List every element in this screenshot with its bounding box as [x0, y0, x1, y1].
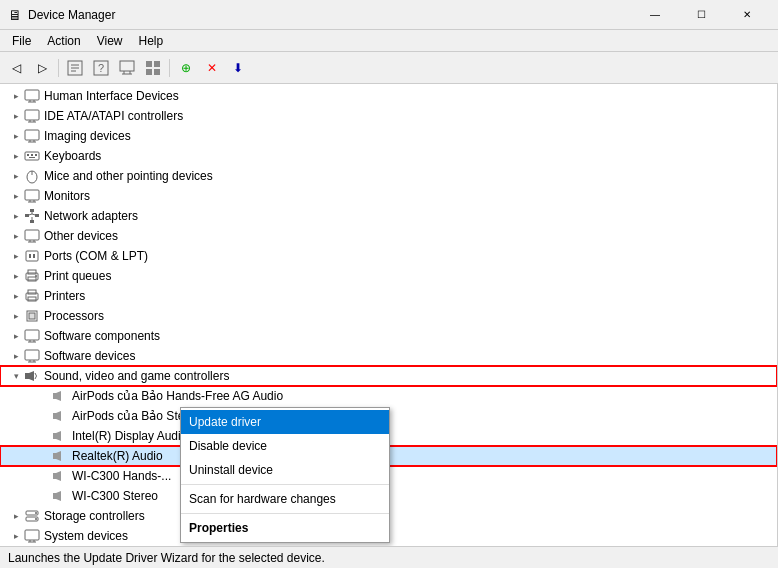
expand-icon-printq[interactable]: ▸	[8, 268, 24, 284]
svg-rect-61	[25, 330, 39, 340]
expand-icon-ports[interactable]: ▸	[8, 248, 24, 264]
maximize-button[interactable]: ☐	[678, 0, 724, 30]
menu-bar: File Action View Help	[0, 30, 778, 52]
device-icon-software-dev	[24, 348, 40, 364]
svg-point-85	[35, 512, 37, 514]
device-icon-monitors	[24, 188, 40, 204]
device-icon-sound	[24, 368, 40, 384]
item-label-mice: Mice and other pointing devices	[44, 169, 213, 183]
toolbar-add[interactable]: ⊕	[174, 56, 198, 80]
svg-rect-69	[25, 373, 29, 379]
device-icon-airpods1	[52, 388, 68, 404]
menu-file[interactable]: File	[4, 32, 39, 50]
device-icon-hid	[24, 88, 40, 104]
svg-rect-6	[120, 61, 134, 71]
expand-icon-ide[interactable]: ▸	[8, 108, 24, 124]
item-label-hid: Human Interface Devices	[44, 89, 179, 103]
expand-icon-other[interactable]: ▸	[8, 228, 24, 244]
tree-item-keyboards[interactable]: ▸Keyboards	[0, 146, 777, 166]
svg-rect-33	[25, 190, 39, 200]
device-icon-printers	[24, 288, 40, 304]
item-label-ide: IDE ATA/ATAPI controllers	[44, 109, 183, 123]
tree-item-software-dev[interactable]: ▸Software devices	[0, 346, 777, 366]
svg-rect-30	[29, 157, 35, 158]
svg-rect-79	[53, 473, 56, 479]
svg-rect-65	[25, 350, 39, 360]
svg-rect-81	[53, 493, 56, 499]
device-icon-imaging	[24, 128, 40, 144]
svg-point-86	[35, 518, 37, 520]
toolbar-update[interactable]: ?	[89, 56, 113, 80]
device-icon-mice	[24, 168, 40, 184]
tree-item-imaging[interactable]: ▸Imaging devices	[0, 126, 777, 146]
window-title: Device Manager	[28, 8, 115, 22]
expand-icon-software-dev[interactable]: ▸	[8, 348, 24, 364]
ctx-item-uninstall[interactable]: Uninstall device	[181, 458, 389, 482]
tree-item-processors[interactable]: ▸Processors	[0, 306, 777, 326]
item-label-system: System devices	[44, 529, 128, 543]
expand-icon-printers[interactable]: ▸	[8, 288, 24, 304]
tree-item-hid[interactable]: ▸Human Interface Devices	[0, 86, 777, 106]
toolbar-properties[interactable]	[63, 56, 87, 80]
close-button[interactable]: ✕	[724, 0, 770, 30]
item-label-printq: Print queues	[44, 269, 111, 283]
toolbar-back[interactable]: ◁	[4, 56, 28, 80]
expand-icon-sound[interactable]: ▾	[8, 368, 24, 384]
svg-rect-14	[25, 90, 39, 100]
toolbar-show-hidden[interactable]	[141, 56, 165, 80]
expand-icon-mice[interactable]: ▸	[8, 168, 24, 184]
expand-icon-hid[interactable]: ▸	[8, 88, 24, 104]
toolbar-forward[interactable]: ▷	[30, 56, 54, 80]
menu-help[interactable]: Help	[131, 32, 172, 50]
tree-item-software-comp[interactable]: ▸Software components	[0, 326, 777, 346]
item-label-wic300stereo: WI-C300 Stereo	[72, 489, 158, 503]
toolbar-scan[interactable]	[115, 56, 139, 80]
svg-rect-13	[154, 69, 160, 75]
ctx-item-disable[interactable]: Disable device	[181, 434, 389, 458]
device-icon-realtek	[52, 448, 68, 464]
device-icon-keyboards	[24, 148, 40, 164]
tree-item-other[interactable]: ▸Other devices	[0, 226, 777, 246]
tree-item-ide[interactable]: ▸IDE ATA/ATAPI controllers	[0, 106, 777, 126]
item-label-wic300hands: WI-C300 Hands-...	[72, 469, 171, 483]
item-label-monitors: Monitors	[44, 189, 90, 203]
ctx-item-scan[interactable]: Scan for hardware changes	[181, 487, 389, 511]
svg-marker-70	[29, 371, 34, 381]
item-label-realtek: Realtek(R) Audio	[72, 449, 163, 463]
tree-item-printers[interactable]: ▸Printers	[0, 286, 777, 306]
expand-icon-monitors[interactable]: ▸	[8, 188, 24, 204]
expand-icon-network[interactable]: ▸	[8, 208, 24, 224]
menu-view[interactable]: View	[89, 32, 131, 50]
svg-marker-80	[56, 471, 61, 481]
svg-rect-71	[53, 393, 56, 399]
svg-rect-60	[29, 313, 35, 319]
expand-icon-software-comp[interactable]: ▸	[8, 328, 24, 344]
device-icon-network	[24, 208, 40, 224]
toolbar-remove[interactable]: ✕	[200, 56, 224, 80]
expand-icon-storage[interactable]: ▸	[8, 508, 24, 524]
tree-item-network[interactable]: ▸Network adapters	[0, 206, 777, 226]
toolbar-update2[interactable]: ⬇	[226, 56, 250, 80]
ctx-item-properties[interactable]: Properties	[181, 516, 389, 540]
menu-action[interactable]: Action	[39, 32, 88, 50]
expand-icon-imaging[interactable]: ▸	[8, 128, 24, 144]
svg-marker-78	[56, 451, 61, 461]
tree-item-sound[interactable]: ▾Sound, video and game controllers	[0, 366, 777, 386]
device-icon-processors	[24, 308, 40, 324]
svg-rect-40	[30, 220, 34, 223]
ctx-item-update[interactable]: Update driver	[181, 410, 389, 434]
device-icon-other	[24, 228, 40, 244]
expand-icon-processors[interactable]: ▸	[8, 308, 24, 324]
status-bar: Launches the Update Driver Wizard for th…	[0, 546, 778, 568]
tree-item-mice[interactable]: ▸Mice and other pointing devices	[0, 166, 777, 186]
tree-view[interactable]: ▸Human Interface Devices▸IDE ATA/ATAPI c…	[0, 84, 778, 546]
tree-item-ports[interactable]: ▸Ports (COM & LPT)	[0, 246, 777, 266]
svg-rect-75	[53, 433, 56, 439]
minimize-button[interactable]: —	[632, 0, 678, 30]
toolbar-sep1	[58, 59, 59, 77]
tree-item-printq[interactable]: ▸Print queues	[0, 266, 777, 286]
tree-item-airpods1[interactable]: AirPods của Bảo Hands-Free AG Audio	[0, 386, 777, 406]
expand-icon-system[interactable]: ▸	[8, 528, 24, 544]
tree-item-monitors[interactable]: ▸Monitors	[0, 186, 777, 206]
expand-icon-keyboards[interactable]: ▸	[8, 148, 24, 164]
